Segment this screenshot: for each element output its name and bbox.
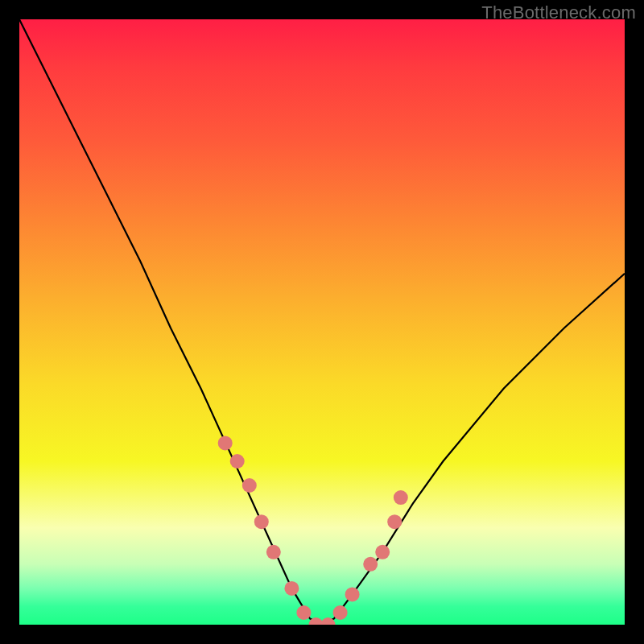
marker-dot (218, 436, 233, 450)
marker-dot (266, 545, 281, 559)
attribution-text: TheBottleneck.com (481, 2, 636, 23)
marker-group (218, 436, 408, 625)
marker-dot (254, 514, 269, 529)
plot-area (19, 19, 625, 625)
marker-dot (230, 454, 245, 469)
marker-dot (296, 605, 311, 620)
marker-dot (363, 557, 378, 572)
bottleneck-curve (19, 19, 625, 625)
marker-dot (345, 587, 360, 601)
marker-dot (333, 605, 348, 620)
marker-dot (375, 545, 390, 559)
chart-frame: TheBottleneck.com (0, 0, 644, 644)
marker-dot (387, 514, 402, 529)
marker-dot (394, 490, 408, 505)
marker-dot (242, 478, 257, 493)
marker-dot (284, 581, 299, 596)
chart-overlay (19, 19, 625, 625)
